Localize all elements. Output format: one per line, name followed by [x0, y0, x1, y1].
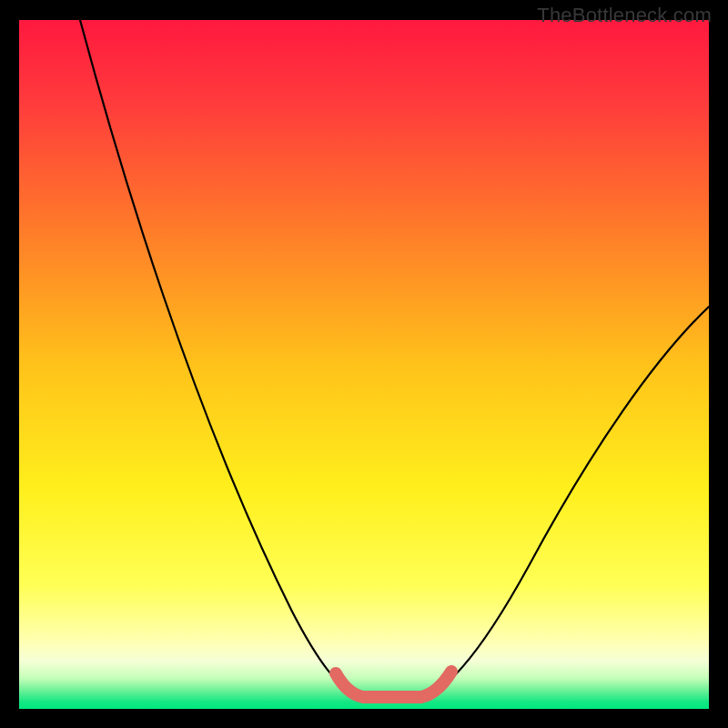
watermark-text: TheBottleneck.com [537, 4, 712, 27]
chart-stage: TheBottleneck.com [0, 0, 728, 728]
plot-area [19, 20, 709, 709]
chart-svg [19, 20, 709, 709]
gradient-background [19, 20, 709, 709]
